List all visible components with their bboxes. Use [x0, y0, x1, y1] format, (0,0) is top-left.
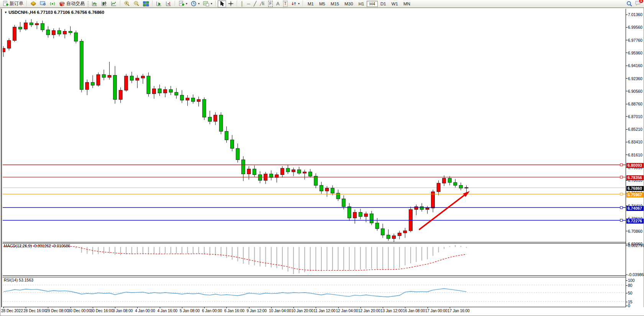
- channel-icon: ╱E: [260, 1, 265, 7]
- crosshair-button[interactable]: [226, 0, 235, 7]
- candle-down: [308, 172, 312, 176]
- search-icon[interactable]: [626, 1, 633, 7]
- timeframe-button-m1[interactable]: M1: [305, 1, 316, 7]
- notification-badge: 1: [639, 0, 644, 3]
- signal-button[interactable]: [48, 0, 57, 7]
- line-handle[interactable]: [620, 193, 623, 195]
- new-order-label: 新订单: [10, 0, 23, 7]
- candle-down: [230, 140, 234, 148]
- collapse-triangle-icon[interactable]: ▼: [4, 11, 7, 14]
- bar-chart-button[interactable]: [90, 0, 99, 7]
- timeframe-button-mn[interactable]: MN: [401, 1, 413, 7]
- candle-down: [46, 30, 50, 35]
- horizontal-line-tool[interactable]: ─: [246, 0, 252, 7]
- timeframe-button-m30[interactable]: M30: [342, 1, 356, 7]
- timeframe-button-m5[interactable]: M5: [316, 1, 328, 7]
- rsi-indicator-panel[interactable]: [3, 277, 626, 307]
- timeframe-button-m15[interactable]: M15: [328, 1, 342, 7]
- time-tick: [160, 307, 160, 308]
- macd-scale-bottom: -0.03986: [628, 272, 644, 277]
- zoom-in-button[interactable]: [122, 0, 131, 7]
- gold-button[interactable]: [29, 0, 38, 7]
- trend-arrow-annotation[interactable]: [419, 194, 465, 230]
- price-tick: [626, 155, 628, 155]
- trendline-tool[interactable]: ╱: [252, 0, 258, 7]
- new-chart-button[interactable]: ▾: [177, 0, 189, 7]
- template-button[interactable]: ▾: [202, 0, 214, 7]
- candle-down: [359, 212, 362, 217]
- separator: [175, 1, 175, 7]
- ohlc-values: 6.77103 6.77106 6.76756 6.76860: [37, 10, 104, 15]
- timeframe-button-h1[interactable]: H1: [356, 1, 367, 7]
- candle-up: [7, 41, 11, 48]
- candle-up: [13, 27, 16, 40]
- price-badge: 6.80093: [626, 163, 644, 168]
- line-handle[interactable]: [620, 164, 623, 166]
- chart-shift-button[interactable]: [164, 0, 173, 7]
- period-button[interactable]: ▾: [189, 0, 201, 7]
- channel-tool[interactable]: ╱E: [258, 0, 266, 7]
- macd-name: MACD(12,26,9): [4, 244, 32, 248]
- cursor-button[interactable]: [218, 0, 226, 7]
- symbol-period-label: USDCNH-,H4: [8, 10, 36, 15]
- price-tick: [626, 91, 628, 91]
- window-left-border: [1, 9, 2, 309]
- candle-down: [192, 98, 195, 102]
- time-tick: [293, 307, 294, 308]
- candle-up: [353, 212, 357, 218]
- candle-up: [35, 23, 39, 25]
- time-tick-label: 10 Jan 04:00: [269, 309, 291, 313]
- candle-up: [442, 178, 446, 183]
- arrows-tool[interactable]: ▾: [290, 0, 301, 7]
- candle-down: [41, 23, 44, 30]
- candle-up: [325, 188, 329, 191]
- auto-trading-icon: [59, 1, 65, 7]
- price-tick: [626, 27, 628, 28]
- candlestick-icon: [101, 1, 107, 7]
- time-tick-label: 11 Jan 12:00: [314, 309, 336, 313]
- macd-scale-top: 0.002799: [628, 243, 644, 248]
- vertical-line-tool[interactable]: │: [239, 0, 245, 7]
- candlestick-button[interactable]: [100, 0, 109, 7]
- line-handle[interactable]: [620, 219, 623, 221]
- candle-up: [392, 236, 396, 239]
- fibonacci-tool[interactable]: F: [267, 0, 274, 7]
- main-price-chart[interactable]: [3, 9, 626, 242]
- candle-up: [125, 76, 128, 90]
- text-tool[interactable]: A: [275, 0, 281, 7]
- price-tick-label: 6.92360: [628, 76, 642, 81]
- time-tick-label: 6 Jan 16:00: [224, 309, 244, 313]
- auto-scroll-button[interactable]: [154, 0, 164, 7]
- time-axis[interactable]: 28 Dec 202228 Dec 16:0029 Dec 08:0030 De…: [0, 307, 644, 316]
- candle-up: [292, 170, 295, 172]
- zoom-in-icon: [124, 1, 130, 7]
- tile-windows-button[interactable]: [141, 0, 151, 7]
- auto-trading-button[interactable]: 自动交易: [57, 0, 86, 7]
- time-tick: [428, 307, 428, 308]
- timeframe-button-h4[interactable]: H4: [367, 1, 378, 7]
- candle-down: [225, 132, 228, 140]
- client-terminal-button[interactable]: [38, 0, 48, 7]
- candle-down: [448, 178, 451, 183]
- line-handle[interactable]: [620, 176, 623, 178]
- notifications-button[interactable]: 1: [635, 0, 641, 7]
- zoom-out-button[interactable]: [132, 0, 141, 7]
- candle-down: [370, 214, 373, 223]
- new-order-button[interactable]: 新订单: [1, 0, 25, 7]
- text-label-tool[interactable]: T: [282, 0, 289, 7]
- candle-down: [147, 76, 150, 94]
- price-axis[interactable]: 7.013606.995606.977606.959606.941606.923…: [626, 9, 644, 307]
- time-tick-label: 28 Dec 16:00: [23, 309, 46, 313]
- bar-chart-icon: [92, 1, 98, 7]
- candle-up: [197, 99, 200, 102]
- line-handle[interactable]: [620, 206, 623, 209]
- macd-indicator-panel[interactable]: [3, 243, 626, 276]
- price-tick: [626, 53, 628, 53]
- timeframe-button-w1[interactable]: W1: [389, 1, 401, 7]
- timeframe-button-d1[interactable]: D1: [378, 1, 389, 7]
- candle-down: [236, 148, 239, 160]
- time-tick: [226, 307, 227, 308]
- separator: [152, 1, 153, 7]
- line-chart-button[interactable]: [109, 0, 118, 7]
- price-tick: [626, 116, 628, 117]
